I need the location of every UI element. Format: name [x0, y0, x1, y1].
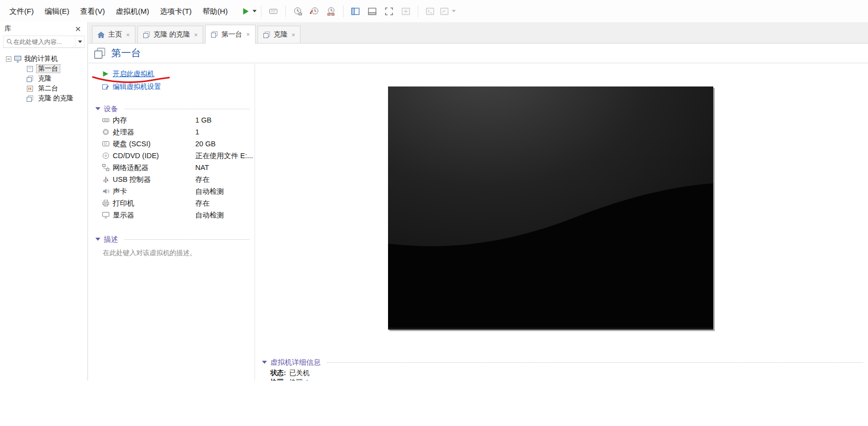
vm-screen-preview[interactable] [388, 86, 713, 330]
collapse-box-icon[interactable] [6, 56, 11, 62]
full-screen-button[interactable] [382, 3, 396, 19]
detail-value: 已关机 [290, 369, 310, 378]
search-input[interactable] [13, 39, 75, 45]
power-on-button[interactable] [241, 3, 257, 19]
tree-item-label: 克隆 [37, 75, 53, 83]
tab-label: 克隆 的克隆 [154, 30, 190, 39]
library-header: 库 ✕ [0, 22, 87, 35]
tree-root-label: 我的计算机 [24, 54, 58, 63]
section-divider [125, 109, 250, 109]
unity-mode-icon [401, 6, 411, 16]
library-sidebar: 库 ✕ 我的计算机 第一台 [0, 22, 88, 381]
close-icon[interactable]: × [194, 32, 198, 38]
tree-item-vm-2[interactable]: 第二台 [0, 84, 87, 93]
vm-large-icon [93, 47, 106, 60]
revert-clock-icon [309, 6, 319, 16]
vm-screen-thumbnail [388, 86, 713, 330]
tab-clone-of-clone[interactable]: 克隆 的克隆 × [137, 26, 203, 43]
show-library-button[interactable] [348, 3, 363, 19]
menu-tabs[interactable]: 选项卡(T) [155, 0, 197, 22]
device-row-cd-dvd[interactable]: CD/DVD (IDE) 正在使用文件 E:... [88, 150, 255, 162]
device-value: 存在 [195, 175, 210, 184]
device-row-sound-card[interactable]: 声卡 自动检测 [88, 185, 255, 197]
vm-icon [211, 31, 218, 38]
device-row-display[interactable]: 显示器 自动检测 [88, 209, 255, 221]
tab-home[interactable]: 主页 × [92, 26, 135, 43]
tree-item-clone[interactable]: 克隆 [0, 74, 87, 84]
power-on-command[interactable]: 开启此虚拟机 [88, 68, 255, 81]
tree-item-vm-1[interactable]: 第一台 [0, 64, 87, 74]
power-on-link[interactable]: 开启此虚拟机 [113, 70, 154, 79]
take-snapshot-button[interactable] [290, 3, 305, 19]
detail-row-snapshot: 快照: 快照 4 [255, 378, 868, 381]
device-value: NAT [195, 164, 209, 171]
tab-clone[interactable]: 克隆 × [258, 26, 301, 43]
usb-icon [102, 175, 110, 183]
menu-file[interactable]: 文件(F) [4, 0, 39, 22]
device-row-network-adapter[interactable]: 网络适配器 NAT [88, 162, 255, 173]
device-value: 自动检测 [195, 211, 224, 220]
display-icon [102, 211, 110, 219]
keyboard-icon [268, 6, 278, 16]
search-icon [6, 38, 13, 45]
device-name: 打印机 [113, 199, 134, 208]
tab-vm-1[interactable]: 第一台 × [205, 25, 256, 43]
console-icon [425, 6, 435, 16]
console-view-button[interactable] [423, 3, 437, 19]
send-ctrl-alt-del-button[interactable] [266, 3, 281, 19]
processor-icon [102, 128, 110, 136]
tree-item-label: 第一台 [37, 65, 60, 73]
device-name: 硬盘 (SCSI) [113, 139, 151, 149]
vm-details-header[interactable]: 虚拟机详细信息 [255, 357, 868, 368]
network-adapter-icon [102, 164, 110, 171]
device-row-processor[interactable]: 处理器 1 [88, 126, 255, 138]
device-row-usb-controller[interactable]: USB 控制器 存在 [88, 173, 255, 185]
menu-view[interactable]: 查看(V) [75, 0, 110, 22]
manage-snapshots-button[interactable] [324, 3, 339, 19]
device-row-hard-disk[interactable]: 硬盘 (SCSI) 20 GB [88, 138, 255, 150]
library-search-box [3, 36, 85, 48]
devices-section-header[interactable]: 设备 [88, 103, 255, 114]
library-title: 库 [4, 24, 11, 33]
close-icon[interactable]: × [292, 32, 296, 38]
revert-snapshot-button[interactable] [307, 3, 322, 19]
menu-vm[interactable]: 虚拟机(M) [110, 0, 155, 22]
search-filter-dropdown[interactable] [75, 36, 84, 47]
device-name: 声卡 [113, 187, 127, 196]
auto-fit-button[interactable] [439, 3, 456, 19]
unity-mode-button[interactable] [398, 3, 413, 19]
vm-details-section: 虚拟机详细信息 状态: 已关机 快照: 快照 4 [255, 357, 868, 381]
close-icon[interactable]: × [246, 31, 250, 38]
description-section-header[interactable]: 描述 [88, 234, 255, 245]
edit-settings-command[interactable]: 编辑虚拟机设置 [88, 81, 255, 93]
tree-item-clone-of-clone[interactable]: 克隆 的克隆 [0, 93, 87, 103]
device-name: 处理器 [113, 128, 134, 137]
toolbar-separator [343, 5, 344, 17]
library-panel-icon [350, 6, 360, 16]
show-thumbnail-bar-button[interactable] [365, 3, 380, 19]
description-placeholder[interactable]: 在此处键入对该虚拟机的描述。 [88, 249, 255, 257]
menu-help[interactable]: 帮助(H) [197, 0, 233, 22]
play-icon [102, 70, 109, 78]
speaker-icon [102, 187, 110, 195]
edit-settings-link[interactable]: 编辑虚拟机设置 [113, 83, 161, 91]
toolbar-separator [418, 5, 418, 17]
manage-snapshots-icon [326, 6, 336, 16]
printer-icon [102, 199, 110, 207]
device-row-printer[interactable]: 打印机 存在 [88, 197, 255, 209]
tree-node-my-computer[interactable]: 我的计算机 [0, 54, 87, 64]
vmware-workstation-window: 文件(F) 编辑(E) 查看(V) 虚拟机(M) 选项卡(T) 帮助(H) [0, 0, 868, 381]
section-divider [327, 362, 864, 363]
tab-bar: 主页 × 克隆 的克隆 × 第一台 × 克隆 × [88, 22, 868, 43]
toolbar-separator [261, 5, 261, 17]
detail-label: 状态: [270, 369, 286, 378]
device-row-memory[interactable]: 内存 1 GB [88, 114, 255, 126]
detail-value: 快照 4 [290, 378, 308, 381]
detail-row-state: 状态: 已关机 [255, 369, 868, 377]
close-icon[interactable]: ✕ [73, 24, 83, 34]
menu-edit[interactable]: 编辑(E) [39, 0, 75, 22]
vm-icon-orange [26, 85, 34, 92]
close-icon[interactable]: × [126, 32, 130, 38]
home-icon [97, 31, 105, 39]
device-value: 正在使用文件 E:... [195, 151, 253, 161]
